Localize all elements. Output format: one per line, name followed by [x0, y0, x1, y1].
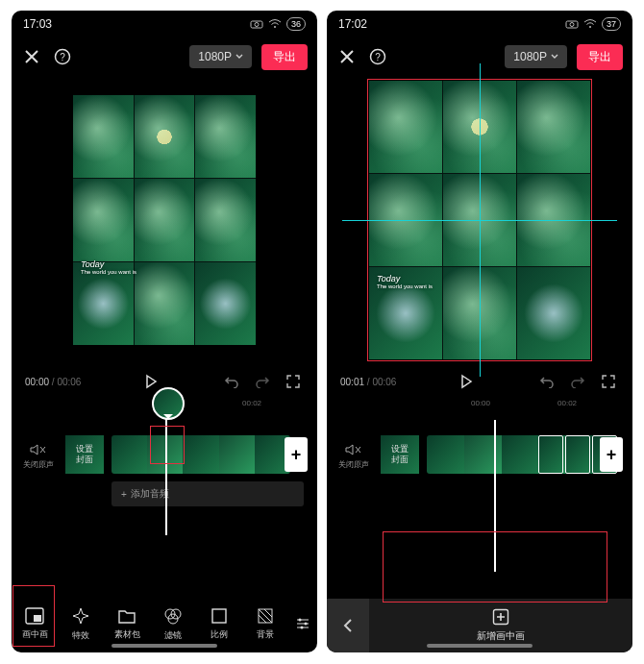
- playhead[interactable]: [494, 420, 496, 572]
- chevron-down-icon: [235, 54, 243, 60]
- speaker-mute-icon: [30, 443, 47, 456]
- camera-icon: [250, 19, 263, 29]
- time-display: 00:01 / 00:06: [340, 377, 396, 387]
- svg-rect-6: [34, 615, 41, 622]
- svg-point-14: [301, 627, 304, 629]
- wifi-icon: [268, 19, 282, 29]
- tool-bg[interactable]: 背景: [242, 607, 288, 641]
- chevron-left-icon: [343, 619, 353, 632]
- svg-point-1: [255, 23, 259, 27]
- wifi-icon: [583, 19, 597, 29]
- add-pip-icon: [492, 608, 509, 626]
- timeline-ruler: 00:0000:02: [327, 399, 632, 414]
- tool-filter[interactable]: 滤镜: [150, 606, 196, 642]
- preview-collage: [73, 95, 256, 345]
- svg-text:?: ?: [375, 52, 381, 62]
- resolution-label: 1080P: [513, 50, 547, 63]
- svg-point-17: [589, 26, 591, 28]
- undo-button[interactable]: [536, 371, 557, 392]
- phone-left: 17:03 36 ? 1080P 导出: [12, 11, 317, 652]
- preview-canvas[interactable]: Today The world you want is: [73, 95, 256, 345]
- tool-pack[interactable]: 素材包: [104, 607, 150, 641]
- fullscreen-button[interactable]: [598, 371, 619, 392]
- redo-button[interactable]: [567, 371, 588, 392]
- tool-fx[interactable]: 特效: [58, 606, 104, 642]
- phone-right: 17:02 37 ? 1080P 导出 Today The world you …: [327, 11, 632, 652]
- plus-icon: +: [121, 489, 127, 500]
- pip-clip[interactable]: [565, 435, 590, 474]
- undo-button[interactable]: [221, 371, 242, 392]
- help-button[interactable]: ?: [52, 46, 73, 67]
- pip-clip[interactable]: [538, 435, 563, 474]
- status-bar: 17:02 37: [327, 11, 632, 37]
- add-audio-button[interactable]: + 添加音频: [111, 481, 304, 506]
- add-pip-button[interactable]: 新增画中画: [369, 608, 632, 643]
- tool-pip[interactable]: 画中画: [12, 607, 58, 641]
- tool-ratio[interactable]: 比例: [196, 607, 242, 641]
- preview-canvas[interactable]: Today The world you want is: [369, 81, 590, 359]
- filter-icon: [163, 606, 183, 626]
- svg-point-12: [299, 619, 302, 622]
- svg-rect-10: [212, 609, 226, 623]
- svg-point-2: [274, 26, 276, 28]
- sparkle-icon: [71, 606, 90, 626]
- svg-text:?: ?: [60, 52, 65, 62]
- close-button[interactable]: [336, 46, 358, 67]
- preview-area[interactable]: Today The world you want is: [334, 76, 625, 364]
- resolution-button[interactable]: 1080P: [189, 45, 252, 68]
- resolution-label: 1080P: [198, 50, 232, 63]
- play-button[interactable]: [456, 371, 477, 392]
- chevron-down-icon: [551, 54, 558, 60]
- set-cover-button[interactable]: 设置 封面: [65, 435, 104, 474]
- tool-adjust[interactable]: [288, 615, 317, 632]
- help-button[interactable]: ?: [367, 46, 388, 67]
- mute-original-button[interactable]: 关闭原声: [338, 443, 369, 470]
- guide-horizontal: [342, 220, 617, 221]
- battery-indicator: 37: [602, 17, 621, 31]
- overlay-text: Today The world you want is: [377, 274, 433, 290]
- status-bar: 17:03 36: [12, 11, 317, 37]
- fullscreen-button[interactable]: [283, 371, 304, 392]
- export-button[interactable]: 导出: [577, 44, 623, 70]
- playhead[interactable]: [165, 414, 167, 535]
- pip-icon: [25, 607, 44, 625]
- close-button[interactable]: [21, 46, 42, 67]
- svg-point-16: [570, 23, 574, 27]
- timeline[interactable]: 关闭原声 设置 封面 +: [327, 414, 632, 578]
- folder-icon: [117, 607, 136, 625]
- add-clip-button[interactable]: +: [600, 437, 623, 472]
- background-icon: [257, 607, 274, 625]
- status-time: 17:03: [23, 17, 52, 31]
- sliders-icon: [294, 615, 311, 632]
- home-indicator: [427, 644, 533, 648]
- transition-bubble[interactable]: [152, 387, 185, 420]
- resolution-button[interactable]: 1080P: [505, 45, 567, 68]
- back-button[interactable]: [327, 599, 369, 652]
- home-indicator: [111, 644, 217, 648]
- speaker-mute-icon: [345, 443, 362, 456]
- editor-header: ? 1080P 导出: [12, 37, 317, 76]
- video-clip[interactable]: [111, 435, 290, 474]
- overlay-text: Today The world you want is: [81, 259, 136, 276]
- set-cover-button[interactable]: 设置 封面: [381, 435, 419, 474]
- camera-icon: [565, 19, 579, 29]
- timeline[interactable]: 关闭原声 设置 封面 + + 添加音频: [12, 414, 317, 535]
- battery-indicator: 36: [286, 17, 306, 31]
- add-clip-button[interactable]: +: [285, 437, 308, 472]
- mute-original-button[interactable]: 关闭原声: [23, 443, 54, 470]
- preview-area[interactable]: Today The world you want is: [19, 76, 310, 364]
- redo-button[interactable]: [252, 371, 273, 392]
- svg-point-13: [305, 623, 308, 626]
- status-time: 17:02: [338, 17, 367, 31]
- ratio-icon: [211, 607, 228, 625]
- export-button[interactable]: 导出: [261, 44, 308, 70]
- time-display: 00:00 / 00:06: [25, 377, 81, 387]
